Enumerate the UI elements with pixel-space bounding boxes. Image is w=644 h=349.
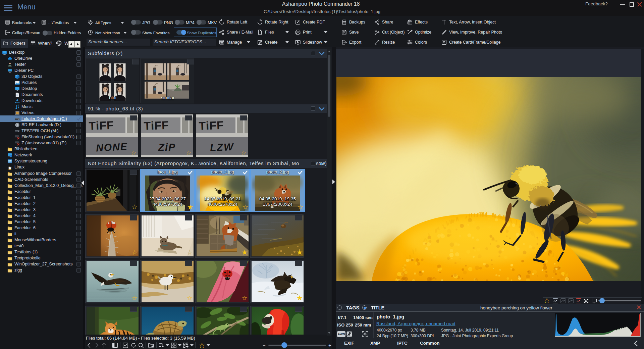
svg-text:TiFF: TiFF bbox=[199, 118, 224, 132]
svg-text:TiFF: TiFF bbox=[89, 118, 114, 132]
svg-text:TiFF: TiFF bbox=[144, 118, 169, 132]
svg-text:ZiP: ZiP bbox=[158, 142, 176, 153]
svg-text:LZW: LZW bbox=[210, 141, 234, 153]
svg-text:NONE: NONE bbox=[96, 141, 128, 154]
